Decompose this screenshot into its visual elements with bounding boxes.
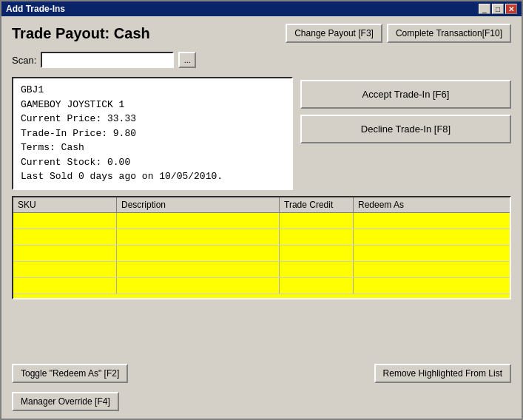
minimize-button[interactable]: _ [479,4,490,14]
bottom-buttons-row: Toggle "Redeem As" [F2] Remove Highlight… [12,364,511,383]
item-info-box: GBJ1 GAMEBOY JOYSTICK 1 Current Price: 3… [12,77,293,190]
payout-title: Trade Payout: Cash [12,25,150,42]
col-description: Description [117,197,280,212]
side-buttons: Accept Trade-In [F6] Decline Trade-In [F… [300,77,511,190]
maximize-button[interactable]: □ [492,4,504,14]
table-row [13,245,510,262]
col-redeem-as: Redeem As [354,197,413,212]
window-content: Trade Payout: Cash Change Payout [F3] Co… [1,16,522,419]
manager-override-button[interactable]: Manager Override [F4] [12,392,119,411]
table-header-row: SKU Description Trade Credit Redeem As [13,197,510,213]
window-title: Add Trade-Ins [6,4,65,14]
scan-input[interactable] [41,52,174,68]
item-line4: Trade-In Price: 9.80 [21,126,284,141]
trade-table-section: SKU Description Trade Credit Redeem As [12,196,511,356]
item-line5: Terms: Cash [21,140,284,155]
remove-highlighted-button[interactable]: Remove Highlighted From List [374,364,511,383]
window-controls: _ □ ✕ [479,4,517,14]
accept-tradein-button[interactable]: Accept Trade-In [F6] [300,80,511,109]
top-row: Trade Payout: Cash Change Payout [F3] Co… [12,24,511,43]
middle-row: GBJ1 GAMEBOY JOYSTICK 1 Current Price: 3… [12,77,511,190]
col-trade-credit: Trade Credit [280,197,354,212]
scan-row: Scan: ... [12,52,511,68]
item-line2: GAMEBOY JOYSTICK 1 [21,98,284,112]
table-row [13,262,510,278]
table-body [13,213,510,299]
item-line7: Last Sold 0 days ago on 10/05/2010. [21,169,284,184]
item-line3: Current Price: 33.33 [21,112,284,126]
top-buttons: Change Payout [F3] Complete Transaction[… [286,24,511,43]
close-button[interactable]: ✕ [505,4,517,14]
table-row [13,213,510,229]
col-sku: SKU [13,197,117,212]
main-window: Add Trade-Ins _ □ ✕ Trade Payout: Cash C… [0,0,523,420]
footer-row: Manager Override [F4] [12,392,511,411]
title-bar: Add Trade-Ins _ □ ✕ [1,1,522,16]
table-wrapper: SKU Description Trade Credit Redeem As [12,196,511,299]
item-line1: GBJ1 [21,83,284,98]
toggle-redeem-button[interactable]: Toggle "Redeem As" [F2] [12,364,128,383]
browse-button[interactable]: ... [178,52,196,68]
scan-label: Scan: [12,55,36,66]
table-row [13,229,510,245]
table-row [13,278,510,294]
complete-transaction-button[interactable]: Complete Transaction[F10] [387,24,511,43]
item-line6: Current Stock: 0.00 [21,155,284,170]
decline-tradein-button[interactable]: Decline Trade-In [F8] [300,115,511,143]
change-payout-button[interactable]: Change Payout [F3] [286,24,382,43]
